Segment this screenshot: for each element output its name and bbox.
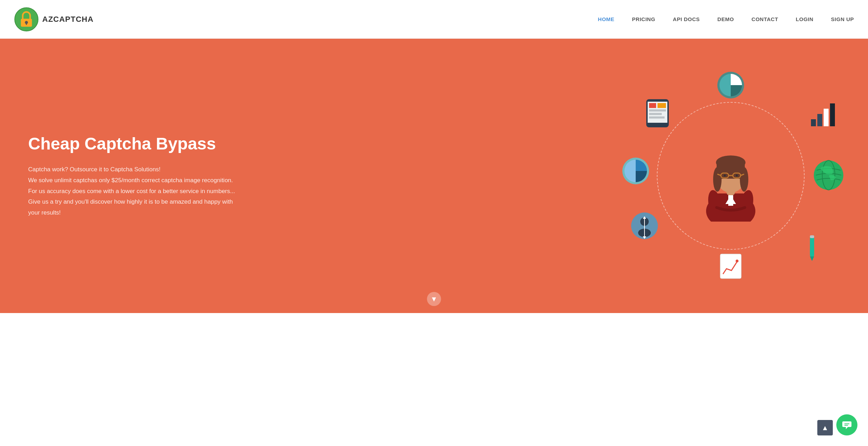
hero-illustration [622, 67, 840, 285]
svg-rect-45 [649, 113, 662, 115]
hero-desc-line2: We solve unlimit captchas only $25/month… [28, 177, 233, 184]
logo-text: AZCAPTCHA [42, 15, 94, 24]
orbit-icon-pie-left [622, 157, 650, 186]
svg-rect-27 [830, 103, 835, 126]
logo-link[interactable]: AZCAPTCHA [14, 7, 94, 32]
orbit-icon-user [630, 212, 659, 241]
svg-rect-43 [658, 103, 666, 108]
orbit-icon-pen [801, 234, 822, 263]
svg-rect-44 [649, 109, 666, 112]
svg-rect-26 [824, 109, 829, 126]
svg-rect-25 [817, 114, 822, 126]
svg-rect-7 [728, 195, 733, 206]
svg-rect-3 [26, 22, 27, 25]
logo-icon [14, 7, 39, 32]
svg-point-21 [724, 174, 726, 177]
nav-login[interactable]: LOGIN [796, 16, 813, 22]
hero-desc-line4: Give us a try and you'll discover how hi… [28, 198, 233, 216]
svg-point-34 [736, 260, 738, 262]
nav-links: HOME PRICING API DOCS DEMO CONTACT LOGIN… [598, 16, 854, 22]
svg-rect-24 [811, 119, 816, 126]
orbit-icon-pie-top [717, 71, 745, 101]
hero-title: Cheap Captcha Bypass [28, 134, 239, 154]
orbit-icon-bar-chart [807, 100, 836, 129]
nav-demo[interactable]: DEMO [717, 16, 734, 22]
nav-signup[interactable]: SIGN UP [831, 16, 854, 22]
hero-content: Cheap Captcha Bypass Captcha work? Outso… [28, 134, 239, 218]
svg-rect-30 [810, 235, 814, 256]
person-illustration [696, 134, 766, 222]
hero-description: Captcha work? Outsource it to Captcha So… [28, 164, 239, 218]
nav-pricing[interactable]: PRICING [632, 16, 655, 22]
orbit-icon-paper [717, 251, 745, 281]
svg-rect-46 [649, 116, 665, 119]
nav-api-docs[interactable]: API DOCS [673, 16, 700, 22]
svg-rect-32 [810, 235, 814, 238]
navbar: AZCAPTCHA HOME PRICING API DOCS DEMO CON… [0, 0, 868, 39]
nav-home[interactable]: HOME [598, 16, 615, 22]
scroll-down-button[interactable]: ▼ [427, 292, 441, 306]
svg-rect-42 [649, 103, 656, 108]
svg-point-22 [736, 174, 738, 177]
svg-point-28 [814, 160, 843, 190]
svg-marker-31 [810, 256, 814, 261]
nav-contact[interactable]: CONTACT [751, 16, 778, 22]
orbit-icon-tablet [643, 97, 672, 130]
hero-desc-line1: Captcha work? Outsource it to Captcha So… [28, 166, 161, 173]
hero-section: Cheap Captcha Bypass Captcha work? Outso… [0, 39, 868, 313]
svg-rect-33 [720, 254, 741, 279]
hero-desc-line3: For us accuracy does come with a lower c… [28, 188, 235, 195]
orbit-icon-globe [813, 160, 844, 192]
